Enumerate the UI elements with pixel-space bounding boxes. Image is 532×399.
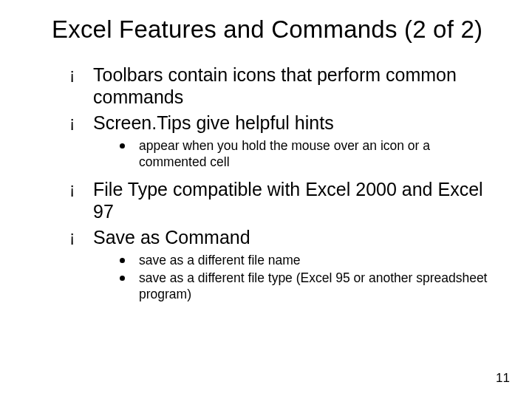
sub-bullet-list: appear when you hold the mouse over an i… (93, 138, 497, 171)
sub-bullet-list: save as a different file name save as a … (93, 253, 497, 303)
sub-bullet-item: save as a different file name (120, 253, 497, 269)
sub-bullet-item: save as a different file type (Excel 95 … (120, 270, 497, 303)
sub-bullet-text: appear when you hold the mouse over an i… (139, 138, 430, 169)
bullet-text: Screen.Tips give helpful hints (93, 112, 334, 133)
bullet-list: Toolbars contain icons that perform comm… (52, 64, 497, 303)
bullet-item: Toolbars contain icons that perform comm… (69, 64, 497, 109)
sub-bullet-item: appear when you hold the mouse over an i… (120, 138, 497, 171)
sub-bullet-text: save as a different file type (Excel 95 … (139, 270, 487, 301)
bullet-item: Save as Command save as a different file… (69, 226, 497, 303)
slide-title: Excel Features and Commands (2 of 2) (52, 15, 497, 44)
bullet-text: Toolbars contain icons that perform comm… (93, 64, 457, 108)
bullet-item: Screen.Tips give helpful hints appear wh… (69, 112, 497, 171)
bullet-text: File Type compatible with Excel 2000 and… (93, 179, 483, 222)
bullet-text: Save as Command (93, 227, 250, 248)
slide: Excel Features and Commands (2 of 2) Too… (0, 0, 532, 399)
sub-bullet-text: save as a different file name (139, 253, 301, 267)
page-number: 11 (496, 371, 510, 386)
bullet-item: File Type compatible with Excel 2000 and… (69, 178, 497, 223)
